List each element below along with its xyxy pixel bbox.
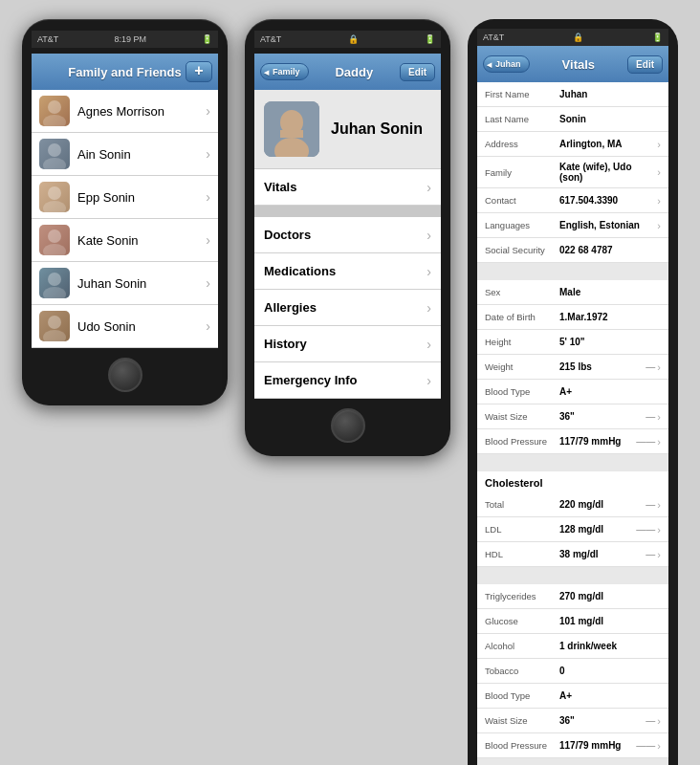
trend-icon-3: — (645, 361, 655, 372)
carrier-3: AT&T (483, 33, 504, 42)
vitals-basic-chevron-3: › (657, 361, 661, 373)
extra-value-6: 117/79 mmHg (559, 740, 636, 751)
menu-chevron-0: › (427, 180, 431, 195)
menu-chevron-4: › (427, 337, 431, 352)
status-bar-2: AT&T 🔒 🔋 (254, 31, 441, 48)
vitals-basic-row-1: Date of Birth 1.Mar.1972 (477, 305, 668, 330)
contact-name-udo: Udo Sonin (77, 319, 198, 334)
screen-2: Family Daddy Edit Juhan Sonin Vitals › D… (254, 54, 441, 399)
extra-value-3: 0 (559, 666, 661, 676)
home-button-1[interactable] (108, 358, 142, 392)
extra-trend-6: —— (636, 740, 655, 751)
vitals-basic-chevron-5: › (657, 411, 661, 423)
vitals-top-row-3[interactable]: Family Kate (wife), Udo (son) › (477, 157, 668, 188)
chol-label-2: HDL (485, 549, 559, 559)
extra-value-1: 101 mg/dl (559, 616, 661, 626)
chol-label-0: Total (485, 499, 559, 510)
vitals-basic-row-5[interactable]: Waist Size 36" — › (477, 404, 668, 429)
contact-item-ain[interactable]: Ain Sonin › (32, 133, 218, 176)
vitals-gap-3 (477, 575, 668, 584)
menu-label-3: Allergies (264, 300, 317, 315)
menu-label-0: Vitals (264, 180, 296, 194)
contact-item-kate[interactable]: Kate Sonin › (32, 219, 218, 262)
battery-1: 🔋 (202, 34, 212, 44)
home-button-2[interactable] (331, 408, 365, 443)
battery-2: 🔋 (425, 34, 435, 44)
profile-header: Juhan Sonin (254, 90, 441, 169)
vitals-value-5: English, Estonian (559, 220, 655, 230)
menu-item-doctors[interactable]: Doctors › (254, 217, 441, 253)
chevron-icon-epp: › (206, 189, 210, 205)
vitals-top-row-2[interactable]: Address Arlington, MA › (477, 132, 668, 157)
vitals-basic-label-6: Blood Pressure (485, 436, 559, 447)
vitals-scroll-area[interactable]: First Name Juhan Last Name Sonin Address… (468, 82, 678, 765)
vitals-extra-section: Triglycerides 270 mg/dl Glucose 101 mg/d… (477, 584, 668, 758)
vitals-extra-row-5[interactable]: Waist Size 36" — › (477, 709, 668, 733)
time-1: 8:19 PM (114, 34, 146, 44)
vitals-basic-value-6: 117/79 mmHg (559, 436, 636, 447)
vitals-top-row-4[interactable]: Contact 617.504.3390 › (477, 188, 668, 213)
status-bar-1: AT&T 8:19 PM 🔋 (32, 31, 218, 48)
menu-item-emergency-info[interactable]: Emergency Info › (254, 362, 441, 399)
chevron-icon-ain: › (206, 146, 210, 162)
contact-name-ain: Ain Sonin (77, 147, 198, 162)
menu-separator (254, 206, 441, 217)
chol-trend-0: — (645, 499, 655, 510)
vitals-basic-value-4: A+ (559, 386, 661, 397)
lock-icon-3: 🔒 (573, 33, 583, 42)
extra-label-3: Tobacco (485, 666, 559, 676)
vitals-basic-section: Sex Male Date of Birth 1.Mar.1972 Height… (477, 280, 668, 454)
menu-item-medications[interactable]: Medications › (254, 253, 441, 290)
contact-item-udo[interactable]: Udo Sonin › (32, 305, 218, 348)
contact-item-juhan[interactable]: Juhan Sonin › (32, 262, 218, 305)
avatar-juhan (39, 268, 70, 298)
contact-item-epp[interactable]: Epp Sonin › (32, 176, 218, 219)
vitals-basic-label-2: Height (485, 337, 559, 347)
vitals-label-6: Social Security (485, 245, 559, 255)
chevron-icon-juhan: › (206, 275, 210, 291)
svg-point-7 (48, 186, 61, 200)
vitals-value-4: 617.504.3390 (559, 195, 655, 206)
contact-item-agnes[interactable]: Agnes Morrison › (32, 90, 218, 133)
vitals-extra-row-2: Alcohol 1 drink/week (477, 634, 668, 659)
vitals-gap-1 (477, 271, 668, 280)
svg-point-10 (48, 230, 61, 243)
vitals-value-2: Arlington, MA (559, 139, 655, 149)
vitals-chevron-2: › (657, 139, 661, 150)
vitals-chevron-4: › (657, 195, 661, 207)
menu-item-vitals[interactable]: Vitals › (254, 169, 441, 206)
chevron-icon-kate: › (206, 232, 210, 248)
vitals-basic-label-3: Weight (485, 361, 559, 372)
menu-label-5: Emergency Info (264, 373, 358, 387)
chol-chevron-1: › (657, 524, 661, 536)
edit-button-3[interactable]: Edit (627, 55, 663, 74)
cholesterol-row-2[interactable]: HDL 38 mg/dl — › (477, 542, 668, 567)
vitals-basic-row-3[interactable]: Weight 215 lbs — › (477, 355, 668, 380)
vitals-basic-row-6[interactable]: Blood Pressure 117/79 mmHg —— › (477, 429, 668, 454)
vitals-basic-row-0: Sex Male (477, 280, 668, 305)
vitals-extra-row-0: Triglycerides 270 mg/dl (477, 584, 668, 609)
edit-button-2[interactable]: Edit (400, 63, 435, 81)
vitals-basic-label-1: Date of Birth (485, 312, 559, 322)
cholesterol-row-0[interactable]: Total 220 mg/dl — › (477, 492, 668, 517)
cholesterol-row-1[interactable]: LDL 128 mg/dl —— › (477, 517, 668, 542)
vitals-extra-row-6[interactable]: Blood Pressure 117/79 mmHg —— › (477, 733, 668, 758)
vitals-value-0: Juhan (559, 89, 661, 99)
extra-value-5: 36" (559, 715, 645, 726)
vitals-top-row-5[interactable]: Languages English, Estonian › (477, 213, 668, 238)
chol-value-2: 38 mg/dl (559, 549, 645, 559)
avatar-agnes (39, 96, 70, 126)
menu-label-4: History (264, 337, 307, 351)
vitals-value-3: Kate (wife), Udo (son) (559, 162, 655, 183)
menu-item-history[interactable]: History › (254, 326, 441, 362)
menu-item-allergies[interactable]: Allergies › (254, 290, 441, 326)
vitals-basic-chevron-6: › (657, 436, 661, 448)
back-button-2[interactable]: Family (260, 63, 309, 80)
add-contact-button[interactable]: + (186, 61, 212, 82)
vitals-label-1: Last Name (485, 114, 559, 124)
vitals-extra-row-1: Glucose 101 mg/dl (477, 609, 668, 634)
vitals-extra-row-3: Tobacco 0 (477, 659, 668, 684)
profile-photo (264, 101, 319, 157)
back-button-3[interactable]: Juhan (483, 55, 530, 73)
lock-icon-2: 🔒 (348, 34, 359, 44)
